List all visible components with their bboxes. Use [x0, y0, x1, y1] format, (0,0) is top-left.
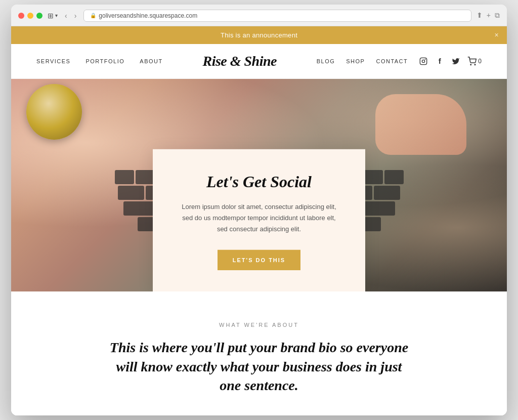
- about-section: WHAT WE'RE ABOUT This is where you'll pu…: [11, 291, 507, 415]
- new-tab-icon[interactable]: +: [487, 11, 491, 20]
- social-icons: f 0: [419, 57, 482, 66]
- cart-icon-wrap[interactable]: 0: [467, 57, 482, 66]
- minimize-button[interactable]: [27, 13, 33, 19]
- facebook-icon[interactable]: f: [435, 57, 444, 66]
- site-logo[interactable]: Rise & Shine: [202, 53, 276, 69]
- browser-chrome: ⊞▾ ‹ › 🔒 goliverseandshine.squarespace.c…: [11, 5, 507, 26]
- main-navigation: SERVICES PORTFOLIO ABOUT Rise & Shine BL…: [11, 44, 507, 79]
- sidebar-toggle-button[interactable]: ⊞▾: [48, 12, 58, 20]
- forward-button[interactable]: ›: [72, 11, 79, 21]
- coffee-cup-decoration: [26, 84, 87, 145]
- lock-icon: 🔒: [90, 13, 96, 18]
- close-button[interactable]: [18, 13, 24, 19]
- browser-controls: ‹ ›: [63, 11, 78, 21]
- instagram-icon[interactable]: [419, 57, 428, 66]
- nav-link-services[interactable]: SERVICES: [36, 58, 70, 64]
- svg-point-3: [470, 64, 471, 65]
- cta-button[interactable]: LET'S DO THIS: [218, 250, 300, 270]
- svg-point-1: [422, 60, 425, 62]
- announcement-text: This is an announcement: [221, 31, 297, 39]
- nav-link-shop[interactable]: SHOP: [346, 58, 365, 64]
- nav-link-contact[interactable]: CONTACT: [376, 58, 408, 64]
- cart-count: 0: [478, 58, 482, 65]
- tabs-icon[interactable]: ⧉: [495, 11, 500, 20]
- url-display: goliverseandshine.squarespace.com: [99, 12, 197, 19]
- social-card-text: Lorem ipsum dolor sit amet, consectur ad…: [178, 201, 340, 235]
- address-bar[interactable]: 🔒 goliverseandshine.squarespace.com: [83, 10, 471, 22]
- browser-window: ⊞▾ ‹ › 🔒 goliverseandshine.squarespace.c…: [11, 5, 507, 415]
- share-icon[interactable]: ⬆: [477, 11, 483, 20]
- section-eyebrow: WHAT WE'RE ABOUT: [36, 322, 482, 328]
- nav-right: BLOG SHOP CONTACT f: [317, 57, 482, 66]
- announcement-bar: This is an announcement ×: [11, 26, 507, 44]
- twitter-icon[interactable]: [451, 57, 460, 66]
- hand-decoration: [375, 94, 466, 155]
- svg-point-2: [425, 59, 426, 60]
- cart-icon: [467, 57, 477, 66]
- svg-point-4: [475, 64, 476, 65]
- section-title: This is where you'll put your brand bio …: [107, 338, 411, 395]
- back-button[interactable]: ‹: [63, 11, 69, 21]
- website-content: This is an announcement × SERVICES PORTF…: [11, 26, 507, 415]
- social-card: Let's Get Social Lorem ipsum dolor sit a…: [153, 149, 365, 291]
- svg-rect-0: [420, 58, 427, 64]
- social-card-title: Let's Get Social: [178, 172, 340, 191]
- nav-link-portfolio[interactable]: PORTFOLIO: [85, 58, 124, 64]
- hero-section: Let's Get Social Lorem ipsum dolor sit a…: [11, 79, 507, 291]
- traffic-lights: [18, 13, 42, 19]
- announcement-close-button[interactable]: ×: [495, 31, 499, 39]
- nav-link-blog[interactable]: BLOG: [317, 58, 335, 64]
- maximize-button[interactable]: [36, 13, 42, 19]
- nav-link-about[interactable]: ABOUT: [140, 58, 162, 64]
- browser-actions: ⬆ + ⧉: [477, 11, 500, 20]
- nav-left: SERVICES PORTFOLIO ABOUT: [36, 58, 163, 64]
